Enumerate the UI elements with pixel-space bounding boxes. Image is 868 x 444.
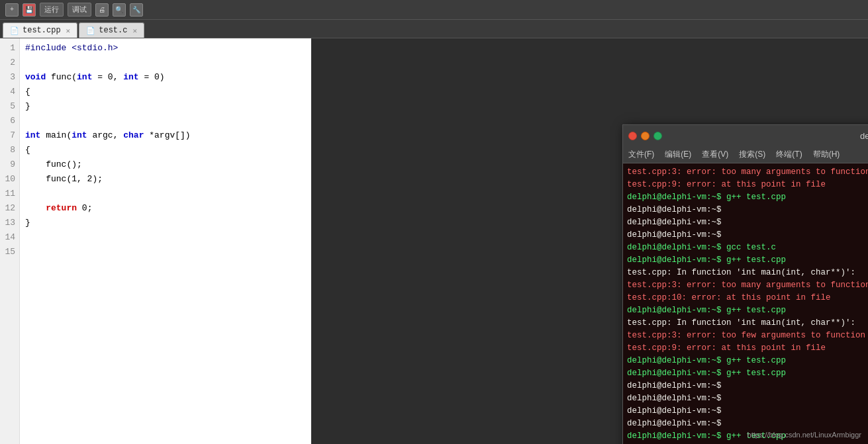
close-button-icon[interactable] xyxy=(628,132,637,140)
toolbar-icon-print[interactable]: 🖨 xyxy=(95,3,109,17)
terminal-menubar: 文件(F) 编辑(E) 查看(V) 搜索(S) 终端(T) 帮助(H) xyxy=(623,146,868,163)
main-area: 1 2 3 4 5 6 7 8 9 10 11 12 13 14 15 #inc… xyxy=(0,38,868,444)
term-line-4: delphi@delphi-vm:~$ xyxy=(627,205,722,214)
watermark: https://blog.csdn.net/LinuxArmbiggr xyxy=(747,431,861,439)
term-line-8: delphi@delphi-vm:~$ g++ test.cpp xyxy=(627,255,786,265)
tab-icon-c: 📄 xyxy=(86,26,95,35)
tab-label-c: test.c xyxy=(99,26,127,35)
term-line-14: test.cpp:3: error: too few arguments to … xyxy=(627,331,868,340)
term-line-7: delphi@delphi-vm:~$ gcc test.c xyxy=(627,243,776,252)
term-line-3: delphi@delphi-vm:~$ g++ test.cpp xyxy=(627,193,786,202)
tab-test-cpp[interactable]: 📄 test.cpp ✕ xyxy=(3,22,77,38)
term-line-20: delphi@delphi-vm:~$ xyxy=(627,406,722,416)
terminal-content-area: test.cpp:3: error: too many arguments to… xyxy=(623,163,868,444)
term-line-21: delphi@delphi-vm:~$ xyxy=(627,419,722,428)
code-editor[interactable]: 1 2 3 4 5 6 7 8 9 10 11 12 13 14 15 #inc… xyxy=(0,38,311,444)
toolbar-icon-save[interactable]: 💾 xyxy=(23,3,36,17)
term-line-19: delphi@delphi-vm:~$ xyxy=(627,394,722,403)
menu-file[interactable]: 文件(F) xyxy=(628,149,654,160)
menu-help[interactable]: 帮助(H) xyxy=(813,149,840,160)
term-line-16: delphi@delphi-vm:~$ g++ test.cpp xyxy=(627,356,786,365)
code-content[interactable]: #include <stdio.h> void func(int = 0, in… xyxy=(20,38,311,444)
toolbar-icon-tools[interactable]: 🔧 xyxy=(130,3,143,17)
toolbar: + 💾 运行 调试 🖨 🔍 🔧 xyxy=(0,0,868,20)
toolbar-icon-new[interactable]: + xyxy=(5,3,19,17)
maximize-button-icon[interactable] xyxy=(653,132,662,140)
terminal-window: delphi@delphi-vm: ~ 文件(F) 编辑(E) 查看(V) 搜索… xyxy=(622,124,868,444)
toolbar-icon-magnify[interactable]: 🔍 xyxy=(113,3,126,17)
term-line-10: test.cpp:3: error: too many arguments to… xyxy=(627,281,868,290)
terminal-titlebar: delphi@delphi-vm: ~ xyxy=(623,125,868,146)
tab-bar: 📄 test.cpp ✕ 📄 test.c ✕ xyxy=(0,20,868,38)
term-line-5: delphi@delphi-vm:~$ xyxy=(627,218,722,227)
tab-label-cpp: test.cpp xyxy=(23,26,61,35)
term-line-1: test.cpp:3: error: too many arguments to… xyxy=(627,167,868,177)
tab-close-cpp[interactable]: ✕ xyxy=(66,26,71,35)
right-panel: delphi@delphi-vm: ~ 文件(F) 编辑(E) 查看(V) 搜索… xyxy=(311,38,868,444)
tab-close-c[interactable]: ✕ xyxy=(132,26,137,35)
menu-view[interactable]: 查看(V) xyxy=(702,149,728,160)
menu-terminal[interactable]: 终端(T) xyxy=(776,149,802,160)
term-line-12: delphi@delphi-vm:~$ g++ test.cpp xyxy=(627,306,786,315)
minimize-button-icon[interactable] xyxy=(641,132,650,140)
term-line-13: test.cpp: In function 'int main(int, cha… xyxy=(627,318,855,328)
terminal-title: delphi@delphi-vm: ~ xyxy=(666,131,868,141)
tab-test-c[interactable]: 📄 test.c ✕ xyxy=(79,22,144,38)
term-line-17: delphi@delphi-vm:~$ g++ test.cpp xyxy=(627,369,786,378)
term-line-6: delphi@delphi-vm:~$ xyxy=(627,230,722,240)
tab-icon-cpp: 📄 xyxy=(10,26,19,35)
term-line-15: test.cpp:9: error: at this point in file xyxy=(627,343,826,353)
terminal-body[interactable]: test.cpp:3: error: too many arguments to… xyxy=(623,163,868,444)
term-line-2: test.cpp:9: error: at this point in file xyxy=(627,180,826,189)
menu-edit[interactable]: 编辑(E) xyxy=(665,149,691,160)
line-numbers: 1 2 3 4 5 6 7 8 9 10 11 12 13 14 15 xyxy=(0,38,20,444)
term-line-9: test.cpp: In function 'int main(int, cha… xyxy=(627,268,855,277)
toolbar-btn-debug[interactable]: 调试 xyxy=(68,3,91,17)
term-line-18: delphi@delphi-vm:~$ xyxy=(627,381,722,390)
menu-search[interactable]: 搜索(S) xyxy=(739,149,765,160)
toolbar-btn-run[interactable]: 运行 xyxy=(40,3,64,17)
term-line-11: test.cpp:10: error: at this point in fil… xyxy=(627,293,831,302)
